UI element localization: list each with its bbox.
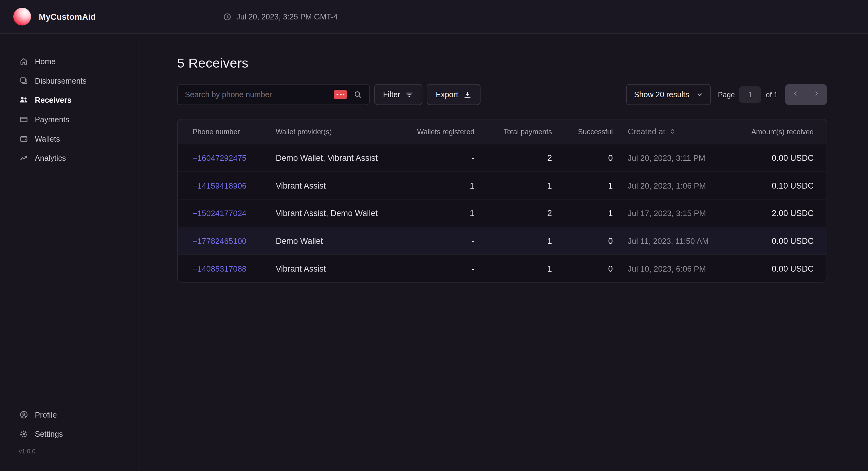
amount-cell: 2.00 USDC: [737, 208, 827, 217]
column-header-amount: Amount(s) received: [737, 128, 827, 136]
app-logo-icon: [13, 8, 31, 25]
wallets-registered-cell: -: [408, 153, 474, 162]
sidebar-item-label: Wallets: [35, 134, 60, 143]
table-row[interactable]: +15024177024 Vibrant Assist, Demo Wallet…: [178, 200, 827, 228]
providers-cell: Demo Wallet: [276, 236, 408, 245]
providers-cell: Vibrant Assist: [276, 264, 408, 273]
export-button[interactable]: Export: [427, 84, 480, 105]
page-number-input[interactable]: [739, 86, 762, 103]
search-box: [177, 84, 370, 105]
wallets-registered-cell: -: [408, 236, 474, 245]
total-payments-cell: 1: [474, 264, 552, 273]
successful-cell: 1: [552, 208, 613, 217]
sidebar-item-home[interactable]: Home: [0, 52, 138, 71]
successful-cell: 1: [552, 181, 613, 190]
phone-link[interactable]: +14159418906: [192, 181, 246, 191]
column-header-phone: Phone number: [178, 128, 276, 136]
password-manager-badge-icon[interactable]: [334, 90, 347, 99]
export-button-label: Export: [436, 90, 458, 99]
created-at-label: Created at: [628, 127, 665, 136]
sidebar-item-label: Disbursements: [35, 76, 87, 85]
amount-cell: 0.00 USDC: [737, 264, 827, 273]
sidebar-item-label: Home: [35, 57, 56, 66]
sidebar: Home Disbursements Receivers: [0, 34, 138, 471]
table-header: Phone number Wallet provider(s) Wallets …: [178, 120, 827, 144]
page-label: Page: [718, 91, 735, 99]
analytics-icon: [19, 153, 28, 162]
table-row[interactable]: +14159418906 Vibrant Assist 1 1 1 Jul 20…: [178, 172, 827, 200]
sort-icon: [669, 127, 675, 136]
receivers-icon: [19, 95, 28, 104]
column-header-created-at[interactable]: Created at: [613, 127, 737, 136]
topbar: MyCustomAid Jul 20, 2023, 3:25 PM GMT-4: [0, 0, 868, 34]
providers-cell: Vibrant Assist, Demo Wallet: [276, 208, 408, 217]
page-title: 5 Receivers: [177, 55, 827, 71]
total-payments-cell: 2: [474, 208, 552, 217]
app-version: v1.0.0: [0, 448, 138, 454]
next-page-button[interactable]: [806, 84, 827, 105]
sidebar-item-label: Payments: [35, 115, 69, 124]
column-header-providers: Wallet provider(s): [276, 128, 408, 136]
download-icon: [463, 91, 471, 99]
amount-cell: 0.00 USDC: [737, 153, 827, 162]
sidebar-item-payments[interactable]: Payments: [0, 109, 138, 129]
previous-page-button[interactable]: [785, 84, 806, 105]
phone-link[interactable]: +16047292475: [192, 154, 246, 163]
sidebar-item-analytics[interactable]: Analytics: [0, 148, 138, 168]
timestamp-text: Jul 20, 2023, 3:25 PM GMT-4: [237, 12, 338, 21]
app-body: Home Disbursements Receivers: [0, 34, 868, 471]
amount-cell: 0.10 USDC: [737, 181, 827, 190]
sidebar-item-label: Settings: [35, 429, 63, 438]
app-stage: MyCustomAid Jul 20, 2023, 3:25 PM GMT-4 …: [0, 0, 868, 471]
app-name: MyCustomAid: [39, 12, 96, 21]
sidebar-item-receivers[interactable]: Receivers: [0, 90, 138, 109]
search-icon: [354, 91, 362, 99]
sidebar-item-settings[interactable]: Settings: [0, 424, 138, 443]
successful-cell: 0: [552, 264, 613, 273]
sidebar-item-label: Profile: [35, 410, 57, 419]
topbar-timestamp: Jul 20, 2023, 3:25 PM GMT-4: [223, 12, 338, 21]
sidebar-item-profile[interactable]: Profile: [0, 405, 138, 424]
phone-link[interactable]: +17782465100: [192, 237, 246, 246]
filter-icon: [405, 91, 414, 99]
providers-cell: Vibrant Assist: [276, 181, 408, 190]
table-row[interactable]: +17782465100 Demo Wallet - 1 0 Jul 11, 2…: [178, 227, 827, 255]
successful-cell: 0: [552, 153, 613, 162]
created-at-cell: Jul 10, 2023, 6:06 PM: [613, 264, 737, 273]
clock-icon: [223, 12, 231, 21]
chevron-down-icon: [696, 91, 704, 98]
profile-icon: [19, 410, 28, 419]
providers-cell: Demo Wallet, Vibrant Assist: [276, 153, 408, 162]
sidebar-footer: Profile Settings v1.0.0: [0, 405, 138, 471]
created-at-cell: Jul 11, 2023, 11:50 AM: [613, 236, 737, 245]
disbursements-icon: [19, 76, 28, 85]
show-results-select[interactable]: Show 20 results: [626, 84, 711, 105]
phone-link[interactable]: +14085317088: [192, 264, 246, 273]
page-of-label: of 1: [766, 91, 778, 99]
wallets-registered-cell: 1: [408, 208, 474, 217]
table-row[interactable]: +14085317088 Vibrant Assist - 1 0 Jul 10…: [178, 255, 827, 282]
pagination-cluster: Show 20 results Page of 1: [626, 84, 827, 105]
phone-link[interactable]: +15024177024: [192, 209, 246, 218]
created-at-cell: Jul 17, 2023, 3:15 PM: [613, 209, 737, 217]
table-row[interactable]: +16047292475 Demo Wallet, Vibrant Assist…: [178, 144, 827, 172]
home-icon: [19, 57, 28, 66]
sidebar-item-label: Receivers: [35, 95, 72, 104]
controls-row: Filter Export Show 20 results: [177, 84, 827, 105]
sidebar-item-disbursements[interactable]: Disbursements: [0, 71, 138, 90]
wallets-registered-cell: 1: [408, 181, 474, 190]
sidebar-item-label: Analytics: [35, 154, 66, 162]
column-header-successful: Successful: [552, 128, 613, 136]
chevron-left-icon: [792, 90, 799, 99]
sidebar-nav: Home Disbursements Receivers: [0, 34, 138, 168]
total-payments-cell: 1: [474, 181, 552, 190]
payments-icon: [19, 114, 28, 124]
main-content: 5 Receivers Filter Export: [138, 34, 868, 471]
sidebar-item-wallets[interactable]: Wallets: [0, 129, 138, 148]
app-viewport: MyCustomAid Jul 20, 2023, 3:25 PM GMT-4 …: [0, 0, 868, 471]
successful-cell: 0: [552, 236, 613, 245]
created-at-cell: Jul 20, 2023, 1:06 PM: [613, 181, 737, 190]
amount-cell: 0.00 USDC: [737, 236, 827, 245]
filter-button-label: Filter: [383, 90, 400, 99]
filter-button[interactable]: Filter: [374, 84, 423, 105]
